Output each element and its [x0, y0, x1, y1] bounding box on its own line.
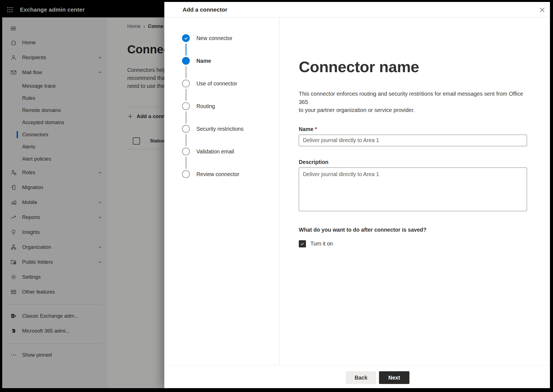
- next-button[interactable]: Next: [379, 371, 409, 384]
- step-current-icon: [182, 57, 190, 65]
- wizard-step-new-connector[interactable]: New connector: [164, 34, 279, 57]
- dialog-footer: Back Next: [164, 365, 550, 388]
- wizard-step-validation-email[interactable]: Validation email: [164, 148, 279, 170]
- wizard-page-description: This connector enforces routing and secu…: [299, 90, 527, 114]
- step-label: Name: [196, 57, 211, 65]
- wizard-step-security-restrictions[interactable]: Security restrictions: [164, 125, 279, 148]
- step-connector-line: [186, 111, 186, 124]
- turn-it-on-label: Turn it on: [310, 241, 333, 247]
- step-connector-line: [186, 66, 186, 78]
- after-save-question: What do you want to do after connector i…: [299, 227, 527, 233]
- description-line: This connector enforces routing and secu…: [299, 90, 527, 106]
- connector-description-textarea[interactable]: Deliver journal directly to Area 1: [299, 168, 527, 211]
- checkbox-checked-icon[interactable]: [299, 240, 306, 247]
- step-connector-line: [186, 134, 186, 146]
- step-label: Validation email: [196, 148, 234, 155]
- turn-it-on-checkbox-row[interactable]: Turn it on: [299, 240, 527, 247]
- step-connector-line: [186, 89, 186, 101]
- step-label: Review connector: [196, 170, 239, 178]
- dialog-title: Add a connector: [183, 6, 227, 13]
- close-button[interactable]: [538, 6, 547, 14]
- step-upcoming-icon: [182, 148, 190, 155]
- required-marker: *: [315, 126, 317, 132]
- wizard-step-routing[interactable]: Routing: [164, 102, 279, 125]
- step-upcoming-icon: [182, 80, 190, 87]
- step-connector-line: [186, 157, 186, 169]
- description-field-label: Description: [299, 158, 527, 166]
- step-label: Security restrictions: [196, 125, 243, 133]
- wizard-page-title: Connector name: [299, 58, 527, 75]
- back-button[interactable]: Back: [346, 371, 376, 384]
- step-label: Routing: [196, 102, 215, 110]
- name-field-label: Name*: [299, 126, 527, 133]
- description-line: to your partner organization or service …: [299, 106, 527, 114]
- step-upcoming-icon: [182, 102, 190, 110]
- step-connector-line: [186, 43, 186, 56]
- close-icon: [538, 6, 546, 14]
- wizard-steps: New connector Name Use of connector Rout…: [164, 18, 279, 365]
- name-label-text: Name: [299, 126, 313, 132]
- wizard-page-content: Connector name This connector enforces r…: [280, 18, 550, 365]
- wizard-step-name[interactable]: Name: [164, 57, 279, 80]
- wizard-step-review-connector[interactable]: Review connector: [164, 170, 279, 193]
- wizard-step-use-of-connector[interactable]: Use of connector: [164, 80, 279, 102]
- step-label: New connector: [196, 34, 232, 42]
- dialog-header: Add a connector: [164, 2, 550, 17]
- add-connector-dialog: Add a connector New connector Name: [164, 2, 550, 388]
- step-completed-icon: [182, 34, 190, 42]
- step-upcoming-icon: [182, 170, 190, 178]
- screen: Exchange admin center Home Recipients: [2, 2, 550, 388]
- step-upcoming-icon: [182, 125, 190, 133]
- step-label: Use of connector: [196, 80, 237, 87]
- connector-name-input[interactable]: [299, 135, 527, 146]
